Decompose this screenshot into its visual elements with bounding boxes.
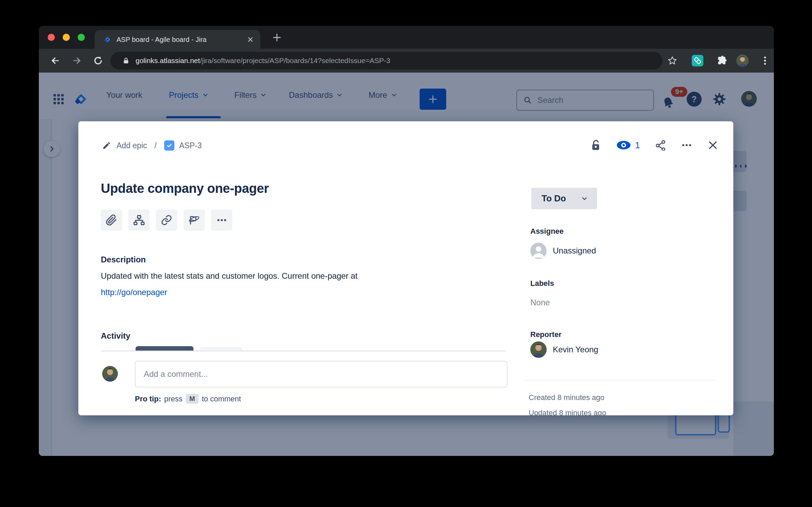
modal-header-actions: 1 (590, 139, 718, 151)
screen: ASP board - Agile board - Jira (0, 0, 812, 507)
tab-close-icon[interactable] (247, 36, 254, 43)
add-epic-link[interactable]: Add epic (116, 141, 147, 150)
assignee-label: Assignee (530, 227, 564, 236)
jira-favicon (104, 35, 112, 44)
chevron-down-icon (581, 195, 588, 202)
assignee-field[interactable]: Unassigned (530, 243, 596, 259)
url-host: golinks.atlassian.net (136, 57, 200, 64)
description-heading: Description (101, 255, 146, 264)
quick-actions (101, 210, 232, 231)
breadcrumb: Add epic / ASP-3 (102, 140, 202, 151)
browser-menu-icon[interactable] (760, 55, 770, 66)
paperclip-icon (106, 214, 117, 226)
breadcrumb-separator: / (155, 141, 157, 150)
link-icon (161, 214, 172, 226)
subtask-tree-icon (133, 214, 145, 226)
description-text[interactable]: Updated with the latest stats and custom… (101, 271, 358, 281)
status-dropdown[interactable]: To Do (531, 188, 597, 209)
issue-key[interactable]: ASP-3 (179, 141, 202, 150)
comment-input[interactable]: Add a comment... (135, 361, 507, 387)
assignee-value: Unassigned (553, 246, 596, 256)
forward-icon[interactable] (72, 55, 82, 66)
updated-timestamp: Updated 8 minutes ago (529, 409, 606, 415)
ssl-lock-icon[interactable] (122, 57, 130, 65)
browser-tabstrip: ASP board - Agile board - Jira (39, 26, 774, 49)
sidebar-divider (525, 380, 716, 381)
address-bar[interactable]: golinks.atlassian.net/jira/software/proj… (110, 52, 662, 70)
browser-window: ASP board - Agile board - Jira (39, 26, 774, 456)
tab-title: ASP board - Agile board - Jira (116, 35, 206, 44)
reporter-field[interactable]: Kevin Yeong (530, 341, 598, 358)
reporter-avatar (530, 341, 547, 358)
activity-heading: Activity (101, 331, 130, 341)
url-text: golinks.atlassian.net/jira/software/proj… (136, 56, 390, 65)
created-timestamp: Created 8 minutes ago (529, 393, 605, 402)
browser-profile-avatar[interactable] (736, 55, 749, 67)
macos-minimize-button[interactable] (63, 34, 70, 41)
comment-placeholder: Add a comment... (144, 369, 208, 379)
watchers-count: 1 (635, 140, 640, 151)
current-user-avatar (102, 366, 118, 382)
macos-close-button[interactable] (48, 34, 55, 41)
browser-toolbar: golinks.atlassian.net/jira/software/proj… (39, 49, 774, 73)
share-icon[interactable] (655, 140, 666, 151)
issue-title[interactable]: Update company one-pager (101, 181, 269, 196)
activity-tab-selected[interactable] (136, 346, 193, 351)
apps-icon (188, 214, 200, 226)
edit-pencil-icon[interactable] (102, 141, 111, 150)
new-tab-icon[interactable] (272, 32, 282, 43)
macos-zoom-button[interactable] (78, 34, 85, 41)
status-value: To Do (542, 193, 566, 204)
reporter-label: Reporter (530, 330, 562, 339)
reporter-value: Kevin Yeong (553, 345, 598, 354)
description-link[interactable]: http://go/onepager (101, 288, 167, 297)
activity-tab[interactable] (200, 347, 242, 351)
close-icon[interactable] (707, 140, 718, 151)
watchers[interactable]: 1 (616, 140, 640, 151)
ellipsis-icon (216, 214, 228, 226)
add-child-issue-button[interactable] (128, 210, 150, 231)
issue-detail-modal: Add epic / ASP-3 (78, 121, 733, 415)
reload-icon[interactable] (93, 55, 104, 66)
task-type-icon[interactable] (164, 140, 174, 151)
more-quick-actions-button[interactable] (211, 210, 232, 231)
keyboard-key-m: M (186, 394, 199, 404)
labels-value[interactable]: None (530, 298, 550, 307)
labels-label: Labels (530, 279, 554, 288)
more-actions-icon[interactable] (681, 140, 692, 151)
pro-tip: Pro tip: press M to comment (135, 394, 241, 404)
unassigned-avatar-icon (530, 243, 547, 259)
attach-button[interactable] (101, 210, 122, 231)
url-path: /jira/software/projects/ASP/boards/14?se… (200, 57, 390, 64)
apps-button[interactable] (184, 210, 205, 231)
bookmark-star-icon[interactable] (667, 55, 678, 66)
extensions-puzzle-icon[interactable] (716, 55, 728, 66)
unlocked-icon[interactable] (590, 139, 601, 151)
link-issue-button[interactable] (156, 210, 177, 231)
golinks-extension-icon[interactable] (691, 55, 704, 67)
watch-eye-icon (616, 140, 631, 151)
back-icon[interactable] (50, 55, 61, 66)
browser-tab[interactable]: ASP board - Agile board - Jira (95, 30, 260, 49)
